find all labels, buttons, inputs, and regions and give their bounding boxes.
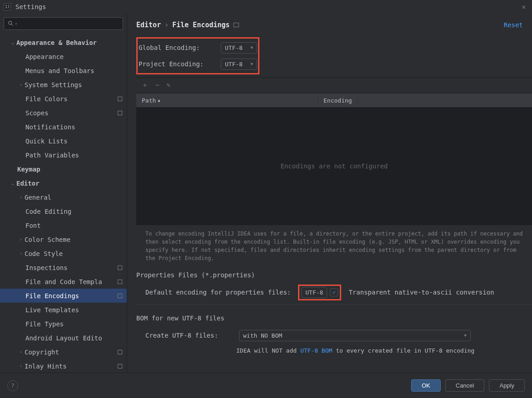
content-pane: Editor › File Encodings Reset Global Enc… — [127, 14, 532, 373]
breadcrumb-separator: › — [164, 21, 169, 29]
sidebar-item[interactable]: Notifications — [0, 120, 127, 134]
add-icon[interactable]: ＋ — [142, 81, 148, 89]
sidebar-item[interactable]: File Encodings — [0, 289, 127, 303]
bom-link[interactable]: UTF-8 BOM — [300, 347, 332, 354]
sidebar-item[interactable]: Code Editing — [0, 204, 127, 218]
sidebar-item[interactable]: Live Templates — [0, 303, 127, 317]
table-empty-text: Encodings are not configured — [280, 162, 388, 170]
sidebar-item[interactable]: ›System Settings — [0, 78, 127, 92]
project-scope-icon — [118, 350, 122, 354]
search-input[interactable]: ▾ — [4, 17, 123, 30]
sidebar-item-label: Editor — [16, 180, 40, 187]
project-scope-icon — [118, 364, 122, 369]
sidebar-item[interactable]: File Types — [0, 317, 127, 331]
sidebar-item-label: System Settings — [25, 81, 82, 88]
sidebar-item[interactable]: Menus and Toolbars — [0, 64, 127, 78]
apply-button[interactable]: Apply — [489, 379, 525, 392]
sidebar-item[interactable]: Appearance — [0, 49, 127, 64]
sidebar-item-label: Inlay Hints — [25, 363, 67, 370]
sidebar-item[interactable]: ›Inlay Hints — [0, 359, 127, 373]
sidebar-item-label: File Encodings — [25, 292, 79, 300]
table-header: Path ▲ Encoding — [136, 93, 532, 107]
sidebar-item[interactable]: Android Layout Edito — [0, 331, 127, 345]
collapse-icon[interactable] — [234, 23, 239, 27]
bom-dropdown[interactable]: with NO BOM ▼ — [239, 330, 471, 341]
properties-encoding-label: Default encoding for properties files: — [145, 289, 291, 296]
edit-icon[interactable]: ✎ — [166, 81, 170, 89]
close-icon[interactable]: ✕ — [519, 3, 528, 10]
chevron-right-icon: › — [17, 195, 25, 200]
sidebar-item[interactable]: Keymap — [0, 162, 127, 176]
global-encoding-dropdown[interactable]: UTF-8 ▼ — [221, 42, 257, 54]
properties-section-title: Properties Files (*.properties) — [136, 271, 532, 279]
chevron-right-icon: › — [17, 237, 25, 242]
sidebar-item-label: Appearance — [25, 53, 64, 60]
sidebar-item[interactable]: ⌄Appearance & Behavior — [0, 35, 127, 49]
table-body: Encodings are not configured — [136, 107, 532, 225]
column-encoding[interactable]: Encoding — [318, 97, 358, 104]
remove-icon[interactable]: − — [155, 81, 159, 89]
bom-note: IDEA will NOT add UTF-8 BOM to every cre… — [236, 347, 532, 354]
global-encoding-label: Global Encoding: — [139, 44, 214, 51]
svg-line-1 — [11, 24, 13, 26]
project-encoding-dropdown[interactable]: UTF-8 ▼ — [221, 59, 257, 70]
search-icon — [8, 20, 14, 27]
sidebar-item-label: Quick Lists — [25, 138, 68, 145]
project-scope-icon — [118, 294, 122, 298]
sidebar-item-label: Appearance & Behavior — [16, 39, 97, 46]
app-icon: IJ — [4, 3, 11, 10]
sidebar-item[interactable]: Quick Lists — [0, 134, 127, 148]
sidebar-item-label: File Colors — [25, 95, 68, 103]
sidebar-item[interactable]: Path Variables — [0, 148, 127, 162]
cancel-button[interactable]: Cancel — [445, 379, 484, 392]
chevron-down-icon: ▼ — [251, 45, 253, 50]
transparent-ascii-checkbox[interactable]: ✓ — [330, 288, 338, 296]
ok-button[interactable]: OK — [411, 379, 441, 392]
transparent-ascii-label: Transparent native-to-ascii conversion — [348, 289, 494, 296]
project-scope-icon — [118, 97, 122, 101]
bom-label: Create UTF-8 files: — [145, 332, 232, 339]
project-scope-icon — [118, 111, 122, 115]
chevron-down-icon: ▼ — [464, 333, 467, 338]
breadcrumb: Editor › File Encodings Reset — [136, 21, 532, 29]
sidebar-item-label: Inspections — [25, 264, 68, 271]
sidebar-item[interactable]: ›Code Style — [0, 246, 127, 260]
sidebar-item[interactable]: File and Code Templa — [0, 275, 127, 289]
chevron-right-icon: › — [17, 349, 25, 354]
sidebar-item-label: Scopes — [25, 109, 49, 117]
column-path[interactable]: Path ▲ — [136, 97, 318, 104]
sidebar-item-label: Color Scheme — [25, 236, 70, 243]
sidebar-item[interactable]: Font — [0, 218, 127, 232]
sidebar-item[interactable]: File Colors — [0, 92, 127, 106]
reset-link[interactable]: Reset — [504, 21, 523, 29]
search-dropdown-icon[interactable]: ▾ — [15, 22, 17, 26]
separator — [136, 304, 532, 305]
sidebar-item-label: Code Editing — [25, 208, 71, 215]
chevron-down-icon: ⌄ — [9, 181, 16, 186]
sidebar-item-label: Font — [25, 222, 41, 229]
sidebar-item-label: Keymap — [17, 166, 40, 173]
chevron-right-icon: › — [17, 251, 25, 256]
sidebar: ▾ ⌄Appearance & BehaviorAppearanceMenus … — [0, 14, 127, 373]
help-icon[interactable]: ? — [7, 380, 18, 391]
chevron-down-icon: ▼ — [251, 62, 253, 66]
sidebar-item[interactable]: Scopes — [0, 106, 127, 120]
sidebar-item-label: File Types — [25, 320, 64, 328]
sidebar-item-label: Code Style — [25, 250, 63, 257]
properties-encoding-dropdown[interactable]: UTF-8 — [301, 287, 327, 298]
sidebar-item-label: Android Layout Edito — [25, 334, 102, 342]
chevron-right-icon: › — [17, 82, 25, 87]
sidebar-item[interactable]: Inspections — [0, 260, 127, 275]
project-encoding-label: Project Encoding: — [139, 60, 214, 68]
settings-tree[interactable]: ⌄Appearance & BehaviorAppearanceMenus an… — [0, 34, 127, 373]
bom-section-title: BOM for new UTF-8 files — [136, 314, 532, 322]
sidebar-item-label: Notifications — [25, 123, 75, 131]
sidebar-item[interactable]: ›Color Scheme — [0, 232, 127, 246]
breadcrumb-parent[interactable]: Editor — [136, 21, 161, 29]
footer: ? OK Cancel Apply — [0, 373, 532, 398]
titlebar: IJ Settings ✕ — [0, 0, 532, 14]
encoding-highlight-box: Global Encoding: UTF-8 ▼ Project Encodin… — [136, 37, 259, 74]
sidebar-item[interactable]: ›Copyright — [0, 345, 127, 359]
sidebar-item[interactable]: ⌄Editor — [0, 176, 127, 190]
sidebar-item[interactable]: ›General — [0, 190, 127, 204]
